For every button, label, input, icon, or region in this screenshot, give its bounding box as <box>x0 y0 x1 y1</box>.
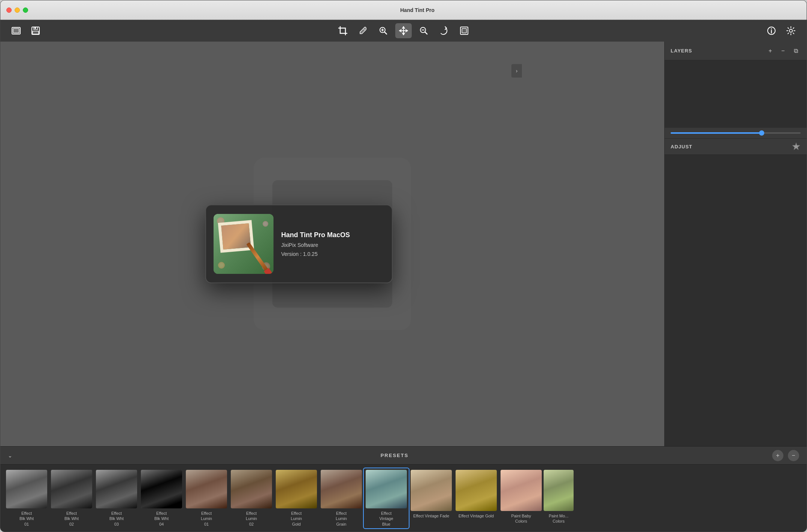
preset-thumb-13 <box>544 470 574 511</box>
about-dialog[interactable]: Hand Tint Pro MacOS JixiPix Software Ver… <box>205 205 393 283</box>
paint-btn[interactable] <box>355 23 371 38</box>
list-item[interactable]: EffectLumin01 <box>184 468 229 528</box>
adjust-title: ADJUST <box>671 144 792 149</box>
list-item[interactable]: Paint BabyColors <box>499 468 544 528</box>
add-layer-btn[interactable]: + <box>765 46 775 56</box>
about-version: Version : 1.0.25 <box>281 251 350 257</box>
preset-label-12: Paint BabyColors <box>511 513 531 524</box>
about-info: Hand Tint Pro MacOS JixiPix Software Ver… <box>281 231 350 257</box>
preset-thumb-9 <box>366 470 407 508</box>
close-button[interactable] <box>6 7 12 13</box>
preset-thumb-10 <box>411 470 452 511</box>
preset-label-8: EffectLuminGrain <box>336 511 347 527</box>
preset-thumb-11 <box>456 470 497 511</box>
info-btn[interactable] <box>763 23 780 38</box>
redo-btn[interactable] <box>436 23 452 38</box>
preset-label-10: Effect Vintage Fade <box>413 513 449 519</box>
adjust-icon[interactable] <box>792 142 801 151</box>
right-panel: LAYERS + − ⧉ ADJUST <box>664 42 807 446</box>
layers-content <box>665 60 807 128</box>
preset-label-6: EffectLumin02 <box>246 511 257 527</box>
list-item[interactable]: Paint Mo...Colors <box>544 468 574 528</box>
main-area: Hand Tint Pro MacOS JixiPix Software Ver… <box>0 42 807 446</box>
list-item[interactable]: Effect Vintage Fade <box>409 468 454 528</box>
layers-title: LAYERS <box>671 48 765 54</box>
zoom-out-btn[interactable] <box>415 23 432 38</box>
about-app-title: Hand Tint Pro MacOS <box>281 231 350 239</box>
list-item[interactable]: EffectBlk Wht04 <box>139 468 184 528</box>
minimize-button[interactable] <box>15 7 20 13</box>
preset-thumb-1 <box>6 470 47 508</box>
remove-layer-btn[interactable]: − <box>778 46 788 56</box>
canvas-area[interactable]: Hand Tint Pro MacOS JixiPix Software Ver… <box>0 42 664 446</box>
svg-rect-9 <box>462 28 466 33</box>
window-title: Hand Tint Pro <box>34 7 801 13</box>
toolbar-left-group <box>8 23 44 38</box>
toolbar-right-group <box>763 23 799 38</box>
preset-label-13: Paint Mo...Colors <box>549 513 569 524</box>
preset-thumb-12 <box>501 470 542 511</box>
opacity-slider-track[interactable] <box>671 132 801 134</box>
preset-thumb-3 <box>96 470 137 508</box>
add-preset-btn[interactable]: + <box>772 450 783 461</box>
panel-collapse-btn[interactable]: › <box>511 64 522 78</box>
preset-label-5: EffectLumin01 <box>201 511 212 527</box>
preset-thumb-7 <box>276 470 317 508</box>
opacity-slider-thumb[interactable] <box>759 130 764 136</box>
presets-collapse-btn[interactable]: ⌄ <box>8 453 12 459</box>
svg-marker-13 <box>792 143 800 150</box>
preset-label-11: Effect Vintage Gold <box>459 513 494 519</box>
preset-label-3: EffectBlk Wht03 <box>109 511 124 527</box>
save-btn[interactable] <box>27 23 44 38</box>
list-item[interactable]: EffectBlk Wht03 <box>94 468 139 528</box>
preset-label-2: EffectBlk Wht02 <box>64 511 79 527</box>
svg-rect-5 <box>33 31 39 34</box>
opacity-slider-fill <box>671 132 762 134</box>
preset-thumb-8 <box>321 470 362 508</box>
app-window: Hand Tint Pro <box>0 0 807 532</box>
preset-thumb-5 <box>186 470 227 508</box>
crop-btn[interactable] <box>335 23 351 38</box>
layers-actions: + − ⧉ <box>765 46 801 56</box>
zoom-in-btn[interactable] <box>375 23 392 38</box>
presets-actions: + − <box>772 450 799 461</box>
list-item[interactable]: Effect Vintage Gold <box>454 468 499 528</box>
list-item[interactable]: EffectLuminGold <box>274 468 319 528</box>
svg-rect-4 <box>34 27 36 29</box>
presets-title: PRESETS <box>17 453 772 458</box>
preset-label-9: EffectVintageBlue <box>379 511 393 527</box>
svg-point-12 <box>789 29 792 32</box>
move-btn[interactable] <box>395 23 412 38</box>
preset-label-7: EffectLuminGold <box>291 511 302 527</box>
open-image-btn[interactable] <box>8 23 24 38</box>
list-item[interactable]: EffectBlk Wht02 <box>49 468 94 528</box>
presets-panel: ⌄ PRESETS + − EffectBlk Wht01 EffectBlk … <box>0 446 807 532</box>
fit-btn[interactable] <box>456 23 472 38</box>
svg-point-11 <box>771 28 772 30</box>
maximize-button[interactable] <box>23 7 28 13</box>
presets-header: ⌄ PRESETS + − <box>0 447 807 465</box>
titlebar: Hand Tint Pro <box>0 0 807 20</box>
traffic-lights <box>6 7 28 13</box>
about-app-icon <box>214 214 273 274</box>
preset-thumb-4 <box>141 470 182 508</box>
preset-thumb-6 <box>231 470 272 508</box>
list-item[interactable]: EffectLuminGrain <box>319 468 364 528</box>
preset-label-4: EffectBlk Wht04 <box>154 511 169 527</box>
opacity-slider-row <box>665 128 807 138</box>
list-item[interactable]: EffectBlk Wht01 <box>4 468 49 528</box>
remove-preset-btn[interactable]: − <box>788 450 799 461</box>
settings-btn[interactable] <box>783 23 799 38</box>
list-item[interactable]: EffectVintageBlue <box>364 468 409 528</box>
copy-layer-btn[interactable]: ⧉ <box>791 46 801 56</box>
layers-header: LAYERS + − ⧉ <box>665 42 807 60</box>
list-item[interactable]: EffectLumin02 <box>229 468 274 528</box>
adjust-header: ADJUST <box>665 138 807 155</box>
svg-rect-1 <box>13 28 19 33</box>
preset-thumb-2 <box>51 470 92 508</box>
adjust-content <box>665 155 807 446</box>
presets-scroll[interactable]: EffectBlk Wht01 EffectBlk Wht02 EffectBl… <box>0 465 807 532</box>
toolbar <box>0 20 807 42</box>
about-company: JixiPix Software <box>281 242 350 248</box>
preset-label-1: EffectBlk Wht01 <box>19 511 34 527</box>
